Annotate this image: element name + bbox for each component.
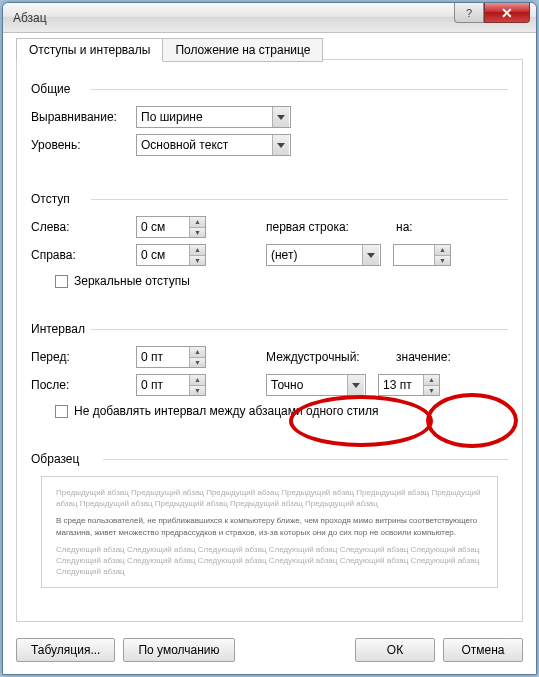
cancel-button[interactable]: Отмена: [443, 638, 523, 662]
group-common: Общие: [31, 82, 508, 96]
alignment-label: Выравнивание:: [31, 110, 136, 124]
after-value: 0 пт: [137, 378, 189, 392]
tab-indents[interactable]: Отступы и интервалы: [16, 38, 163, 62]
linespacing-value: Точно: [271, 378, 303, 392]
after-spin[interactable]: 0 пт ▲▼: [136, 374, 206, 396]
firstline-combo[interactable]: (нет): [266, 244, 381, 266]
before-value: 0 пт: [137, 350, 189, 364]
group-preview: Образец: [31, 452, 508, 466]
spin-down-icon[interactable]: ▼: [190, 358, 205, 368]
alignment-combo[interactable]: По ширине: [136, 106, 291, 128]
at-label: значение:: [396, 350, 442, 364]
indent-left-spin[interactable]: 0 см ▲▼: [136, 216, 206, 238]
preview-box: Предыдущий абзац Предыдущий абзац Предыд…: [41, 476, 498, 588]
spin-up-icon[interactable]: ▲: [190, 217, 205, 228]
spin-down-icon[interactable]: ▼: [424, 386, 439, 396]
indent-right-spin[interactable]: 0 см ▲▼: [136, 244, 206, 266]
by-spin[interactable]: ▲▼: [393, 244, 451, 266]
level-label: Уровень:: [31, 138, 136, 152]
before-spin[interactable]: 0 пт ▲▼: [136, 346, 206, 368]
at-value: 13 пт: [379, 378, 423, 392]
level-value: Основной текст: [141, 138, 228, 152]
help-button[interactable]: ?: [454, 3, 484, 23]
chevron-down-icon[interactable]: [272, 135, 289, 155]
chevron-down-icon[interactable]: [272, 107, 289, 127]
close-button[interactable]: ✕: [484, 3, 530, 23]
preview-next: Следующий абзац Следующий абзац Следующи…: [56, 544, 483, 578]
noadd-checkbox[interactable]: [55, 405, 68, 418]
group-indent: Отступ: [31, 192, 508, 206]
tabs-button[interactable]: Табуляция...: [16, 638, 115, 662]
spin-up-icon[interactable]: ▲: [190, 347, 205, 358]
mirror-checkbox[interactable]: [55, 275, 68, 288]
titlebar[interactable]: Абзац ? ✕: [3, 3, 536, 33]
spin-up-icon[interactable]: ▲: [190, 375, 205, 386]
before-label: Перед:: [31, 350, 136, 364]
spin-up-icon[interactable]: ▲: [424, 375, 439, 386]
spin-down-icon[interactable]: ▼: [190, 386, 205, 396]
spin-up-icon[interactable]: ▲: [190, 245, 205, 256]
after-label: После:: [31, 378, 136, 392]
spin-down-icon[interactable]: ▼: [435, 256, 450, 266]
spin-down-icon[interactable]: ▼: [190, 228, 205, 238]
preview-sample: В среде пользователей, не приближавшихся…: [56, 515, 483, 537]
at-spin[interactable]: 13 пт ▲▼: [378, 374, 440, 396]
preview-prev: Предыдущий абзац Предыдущий абзац Предыд…: [56, 487, 483, 509]
level-combo[interactable]: Основной текст: [136, 134, 291, 156]
alignment-value: По ширине: [141, 110, 203, 124]
default-button[interactable]: По умолчанию: [123, 638, 234, 662]
ok-button[interactable]: ОК: [355, 638, 435, 662]
indent-right-label: Справа:: [31, 248, 136, 262]
indent-left-value: 0 см: [137, 220, 189, 234]
main-panel: Отступы и интервалы Положение на страниц…: [16, 59, 523, 622]
chevron-down-icon[interactable]: [347, 375, 364, 395]
noadd-label: Не добавлять интервал между абзацами одн…: [74, 404, 379, 418]
indent-left-label: Слева:: [31, 220, 136, 234]
linespacing-label: Междустрочный:: [266, 350, 384, 364]
tab-position[interactable]: Положение на странице: [162, 38, 323, 62]
indent-right-value: 0 см: [137, 248, 189, 262]
firstline-value: (нет): [271, 248, 297, 262]
group-interval: Интервал: [31, 322, 508, 336]
spin-up-icon[interactable]: ▲: [435, 245, 450, 256]
firstline-label: первая строка:: [266, 220, 384, 234]
window-title: Абзац: [13, 11, 47, 25]
mirror-label: Зеркальные отступы: [74, 274, 190, 288]
by-label: на:: [396, 220, 442, 234]
paragraph-dialog: Абзац ? ✕ Отступы и интервалы Положение …: [2, 2, 537, 675]
spin-down-icon[interactable]: ▼: [190, 256, 205, 266]
linespacing-combo[interactable]: Точно: [266, 374, 366, 396]
chevron-down-icon[interactable]: [362, 245, 379, 265]
